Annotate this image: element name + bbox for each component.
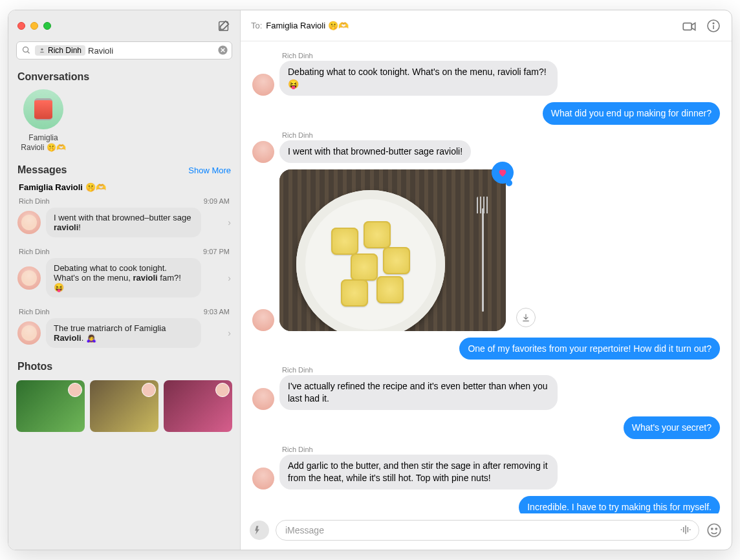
messages-label: Messages [17,164,67,176]
avatar-badge [68,383,82,397]
svg-point-1 [23,47,28,52]
photo-thumbnail[interactable] [164,380,232,432]
conversation-header: To: Famiglia Ravioli 🤫🫶 [241,10,732,41]
message-placeholder: iMessage [285,525,324,535]
avatar [252,141,274,163]
avatar-badge [142,383,156,397]
search-query-text: Ravioli [88,46,113,56]
avatar [252,388,274,410]
result-sender: Rich Dinh [19,197,50,205]
pinned-avatar [23,89,63,129]
apps-button[interactable] [250,521,269,540]
result-time: 9:03 AM [204,308,230,316]
result-bubble: I went with that browned–butter sage rav… [46,208,201,237]
compose-button[interactable] [217,19,231,33]
avatar [252,468,274,490]
photo-thumbnail[interactable] [90,380,158,432]
search-input[interactable]: Rich Dinh Ravioli [16,41,232,59]
result-bubble: The true matriarch of Famiglia Ravioli. … [46,318,201,348]
svg-point-7 [708,524,721,537]
search-person-pill[interactable]: Rich Dinh [35,45,85,56]
main-panel: To: Famiglia Ravioli 🤫🫶 Rich DinhDebatin… [241,10,732,550]
avatar-badge [215,383,230,397]
to-label: To: [251,21,262,30]
details-info-button[interactable] [706,18,721,34]
dictation-button[interactable] [679,524,692,537]
search-wrap: Rich Dinh Ravioli [16,41,232,59]
tapback-heart[interactable] [492,162,514,184]
incoming-message-row: Add garlic to the butter, and then stir … [252,455,720,490]
sender-name: Rich Dinh [282,52,720,59]
svg-point-6 [713,23,714,24]
sender-name: Rich Dinh [282,366,720,374]
image-attachment[interactable] [279,169,506,331]
outgoing-bubble[interactable]: What's your secret? [624,416,720,439]
avatar [252,309,274,331]
chevron-right-icon: › [228,328,231,338]
outgoing-message-row: What did you end up making for dinner? [252,102,720,125]
result-bubble: Debating what to cook tonight. What's on… [46,258,201,297]
svg-point-9 [715,528,717,530]
svg-point-8 [712,528,713,530]
outgoing-bubble[interactable]: One of my favorites from your repertoire… [459,338,720,360]
chevron-right-icon: › [228,273,231,283]
messages-window: Rich Dinh Ravioli Conversations Famiglia… [8,10,732,550]
sidebar-titlebar [8,10,240,41]
message-result-row[interactable]: Debating what to cook tonight. What's on… [14,257,235,304]
emoji-picker-button[interactable] [706,522,723,539]
download-button[interactable] [516,308,536,327]
fullscreen-window-button[interactable] [43,22,51,30]
message-thread[interactable]: Rich DinhDebating what to cook tonight. … [241,41,732,513]
message-input[interactable]: iMessage [276,520,699,541]
sender-name: Rich Dinh [282,446,720,453]
result-thread-title: Famiglia Ravioli 🤫🫶 [14,180,235,193]
photo-results [8,376,240,436]
incoming-bubble[interactable]: I've actually refined the recipe and it'… [279,375,558,410]
incoming-bubble[interactable]: Add garlic to the butter, and then stir … [279,455,558,490]
outgoing-bubble[interactable]: What did you end up making for dinner? [543,102,720,125]
avatar [17,211,41,234]
composer: iMessage [241,513,732,550]
sidebar: Rich Dinh Ravioli Conversations Famiglia… [8,10,241,550]
incoming-message-row: Debating what to cook tonight. What's on… [252,61,720,96]
photo-thumbnail[interactable] [16,380,85,432]
pinned-conversation[interactable]: FamigliaRavioli 🤫🫶 [17,89,69,153]
incoming-bubble[interactable]: Debating what to cook tonight. What's on… [279,61,558,96]
message-result-row[interactable]: I went with that browned–butter sage rav… [14,206,235,244]
conversations-heading: Conversations [8,66,240,87]
clear-search-button[interactable] [217,45,228,56]
svg-point-2 [41,48,43,50]
result-sender: Rich Dinh [19,248,50,255]
avatar [17,266,41,290]
outgoing-message-row: What's your secret? [252,416,720,439]
search-pill-label: Rich Dinh [48,46,82,55]
result-time: 9:09 AM [204,197,230,205]
incoming-image-row [252,169,720,331]
incoming-message-row: I went with that browned-butter sage rav… [252,140,720,163]
photos-heading: Photos [8,354,240,376]
conversations-label: Conversations [17,71,89,83]
photos-label: Photos [17,361,52,372]
incoming-message-row: I've actually refined the recipe and it'… [252,375,720,410]
minimize-window-button[interactable] [30,22,38,30]
close-window-button[interactable] [17,22,25,30]
show-more-link[interactable]: Show More [188,166,231,175]
outgoing-message-row: Incredible. I have to try making this fo… [252,496,720,513]
message-results: Famiglia Ravioli 🤫🫶 Rich Dinh9:09 AMI we… [8,180,240,354]
facetime-video-button[interactable] [681,18,697,34]
result-sender: Rich Dinh [19,308,50,316]
pinned-label: FamigliaRavioli 🤫🫶 [21,133,65,153]
search-icon [21,45,31,55]
to-value[interactable]: Famiglia Ravioli 🤫🫶 [266,21,348,30]
incoming-bubble[interactable]: I went with that browned-butter sage rav… [279,140,471,163]
pinned-conversations: FamigliaRavioli 🤫🫶 [8,87,240,159]
window-controls [17,22,51,30]
result-time: 9:07 PM [203,248,230,255]
outgoing-message-row: One of my favorites from your repertoire… [252,338,720,360]
avatar [17,321,41,345]
outgoing-bubble[interactable]: Incredible. I have to try making this fo… [519,496,720,513]
avatar [252,74,274,96]
messages-heading: Messages Show More [8,159,240,180]
sender-name: Rich Dinh [282,131,720,139]
message-result-row[interactable]: The true matriarch of Famiglia Ravioli. … [14,317,235,354]
